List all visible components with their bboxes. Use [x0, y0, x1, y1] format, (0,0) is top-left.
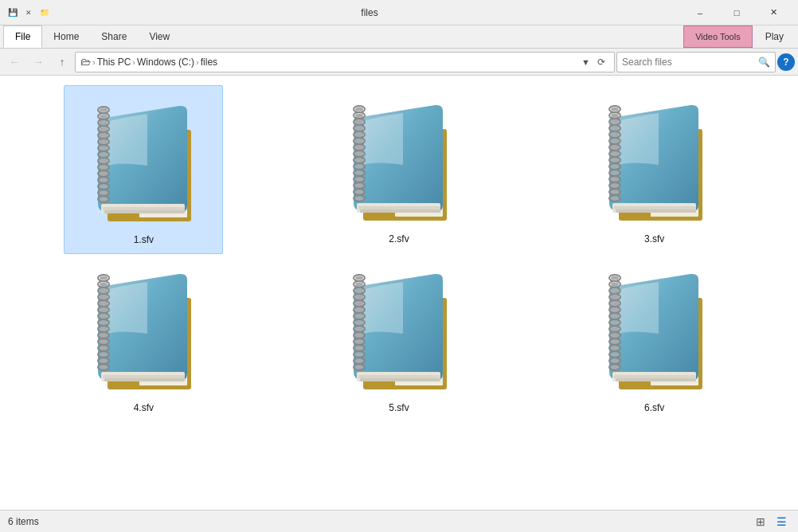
svg-point-169: [100, 321, 108, 325]
tab-share[interactable]: Share: [90, 25, 138, 48]
svg-point-213: [355, 315, 363, 319]
svg-point-271: [611, 353, 619, 357]
back-button[interactable]: ←: [3, 51, 25, 73]
file-item-1[interactable]: 1.sfv: [64, 85, 223, 254]
file-item-3[interactable]: 3.sfv: [575, 85, 734, 254]
close-button[interactable]: ✕: [755, 0, 792, 25]
svg-point-181: [100, 359, 108, 363]
svg-point-253: [611, 295, 619, 299]
svg-rect-14: [103, 207, 185, 210]
breadcrumb-thispc[interactable]: This PC: [97, 57, 131, 68]
view-controls: ⊞ ☰: [752, 513, 790, 530]
tab-file[interactable]: File: [3, 25, 42, 48]
svg-point-249: [611, 283, 619, 287]
file-label: 3.sfv: [644, 233, 664, 244]
up-button[interactable]: ↑: [51, 51, 73, 73]
svg-point-37: [100, 172, 108, 176]
window-title: files: [57, 7, 682, 18]
svg-point-33: [100, 159, 108, 163]
svg-point-221: [355, 340, 363, 344]
svg-point-67: [355, 120, 363, 124]
svg-point-183: [100, 366, 108, 370]
svg-point-119: [611, 139, 619, 143]
svg-point-215: [355, 321, 363, 325]
svg-point-201: [355, 276, 363, 280]
svg-point-155: [100, 276, 108, 280]
file-label: 4.sfv: [134, 402, 154, 413]
svg-point-255: [611, 302, 619, 306]
svg-rect-198: [358, 375, 440, 378]
file-item-2[interactable]: 2.sfv: [319, 85, 479, 254]
window-controls: – □ ✕: [682, 0, 792, 25]
svg-point-205: [355, 289, 363, 293]
notebook-icon: [84, 94, 203, 229]
tab-play[interactable]: Play: [754, 25, 795, 48]
search-bar[interactable]: 🔍: [616, 52, 776, 72]
svg-point-179: [100, 353, 108, 357]
large-icons-view-button[interactable]: ⊞: [752, 513, 769, 530]
svg-point-263: [611, 327, 619, 331]
svg-point-91: [355, 197, 363, 201]
svg-point-45: [100, 198, 108, 201]
svg-point-85: [355, 178, 363, 182]
svg-rect-244: [614, 375, 696, 378]
tab-video-tools[interactable]: Video Tools: [683, 25, 752, 48]
svg-point-227: [355, 359, 363, 363]
svg-point-65: [355, 114, 363, 118]
address-bar[interactable]: 🗁 › This PC › Windows (C:) › files ▼ ⟳: [75, 52, 615, 72]
svg-point-79: [355, 158, 363, 162]
svg-point-111: [611, 114, 619, 118]
title-bar-icons: 💾 ✕ 📁: [6, 6, 51, 19]
quick-save-icon[interactable]: 💾: [6, 6, 19, 19]
svg-point-133: [611, 184, 619, 188]
svg-point-109: [611, 108, 619, 111]
breadcrumb-folder[interactable]: files: [201, 57, 217, 68]
svg-point-77: [355, 152, 363, 156]
nav-bar: ← → ↑ 🗁 › This PC › Windows (C:) › files…: [0, 49, 798, 76]
file-item-5[interactable]: 5.sfv: [319, 254, 479, 421]
svg-point-165: [100, 308, 108, 312]
svg-point-131: [611, 178, 619, 182]
svg-rect-60: [358, 206, 440, 209]
svg-point-29: [100, 147, 108, 151]
minimize-button[interactable]: –: [682, 0, 718, 25]
svg-point-73: [355, 139, 363, 143]
svg-point-217: [355, 327, 363, 331]
ribbon-tabs: File Home Share View Video Tools Play: [0, 25, 798, 48]
file-label: 6.sfv: [644, 402, 664, 413]
breadcrumb-drive[interactable]: Windows (C:): [137, 57, 194, 68]
svg-point-175: [100, 340, 108, 344]
details-view-button[interactable]: ☰: [773, 513, 790, 530]
svg-point-113: [611, 120, 619, 124]
svg-point-137: [611, 197, 619, 201]
tab-view[interactable]: View: [138, 25, 181, 48]
svg-point-269: [611, 346, 619, 350]
file-label: 1.sfv: [134, 234, 154, 245]
svg-point-27: [100, 140, 108, 144]
file-item-6[interactable]: 6.sfv: [575, 254, 734, 421]
file-item-4[interactable]: 4.sfv: [64, 254, 223, 421]
tab-home[interactable]: Home: [42, 25, 90, 48]
maximize-button[interactable]: □: [718, 0, 755, 25]
svg-point-259: [611, 315, 619, 319]
svg-rect-61: [360, 209, 440, 213]
svg-rect-152: [103, 375, 185, 378]
svg-point-125: [611, 158, 619, 162]
svg-point-247: [611, 276, 619, 280]
help-button[interactable]: ?: [777, 53, 795, 71]
forward-button[interactable]: →: [27, 51, 49, 73]
svg-point-273: [611, 359, 619, 363]
file-label: 5.sfv: [389, 402, 409, 413]
svg-point-63: [355, 108, 363, 111]
svg-point-87: [355, 184, 363, 188]
search-input[interactable]: [622, 57, 758, 68]
refresh-button[interactable]: ⟳: [593, 57, 609, 68]
svg-rect-245: [616, 378, 696, 381]
svg-point-135: [611, 190, 619, 194]
svg-point-219: [355, 334, 363, 338]
notebook-icon: [339, 262, 459, 397]
folder-icon: 📁: [38, 6, 51, 19]
address-dropdown[interactable]: ▼: [581, 57, 590, 67]
svg-point-23: [100, 127, 108, 131]
quick-undo-icon[interactable]: ✕: [22, 6, 35, 19]
